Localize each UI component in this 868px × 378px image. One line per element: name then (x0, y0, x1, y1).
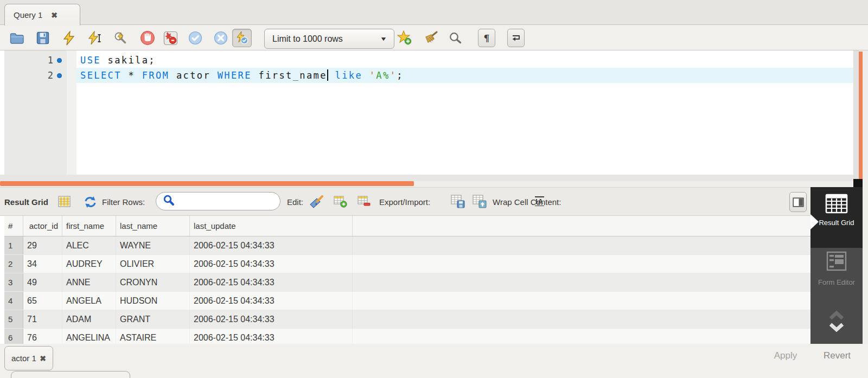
rollback-icon[interactable] (213, 30, 229, 46)
delete-row-icon[interactable] (358, 195, 371, 208)
table-cell[interactable]: ANGELA (62, 292, 116, 310)
beautify-icon[interactable] (423, 30, 439, 46)
open-file-icon[interactable] (9, 30, 25, 46)
table-cell[interactable]: ASTAIRE (116, 329, 190, 344)
table-row[interactable]: 465ANGELAHUDSON2006-02-15 04:34:33 (4, 292, 810, 310)
import-icon[interactable] (473, 195, 487, 208)
execute-current-icon[interactable] (87, 30, 103, 46)
table-cell[interactable]: ALEC (62, 236, 116, 254)
table-cell[interactable]: AUDREY (62, 255, 116, 273)
table-cell[interactable]: 2006-02-15 04:34:33 (190, 255, 353, 273)
wrap-cell-icon[interactable]: IA (535, 196, 544, 206)
panel-toggle-icon[interactable] (789, 192, 807, 212)
column-header[interactable]: # (4, 216, 23, 236)
selected-panel-pointer (810, 214, 819, 229)
sql-editor[interactable]: 1USE sakila;2SELECT * FROM actor WHERE f… (0, 50, 853, 175)
table-cell[interactable]: HUDSON (116, 292, 190, 310)
edit-pencil-icon[interactable] (309, 195, 324, 208)
export-import-label: Export/Import: (379, 197, 430, 207)
table-cell[interactable]: 34 (23, 255, 62, 273)
result-grid-panel-icon (810, 194, 863, 214)
table-cell[interactable]: 2006-02-15 04:34:33 (190, 273, 353, 291)
chevron-down-icon: ▼ (380, 36, 387, 42)
column-header[interactable]: first_name (62, 216, 116, 236)
stop-icon[interactable] (139, 30, 156, 46)
limit-rows-dropdown[interactable]: Limit to 1000 rows ▼ (264, 29, 394, 49)
table-cell-filler (353, 273, 810, 291)
tab-query-1[interactable]: Query 1 ✖ (4, 4, 80, 25)
fold-margin (67, 50, 76, 175)
kill-query-icon[interactable] (162, 30, 178, 46)
table-cell[interactable]: 2006-02-15 04:34:33 (190, 329, 353, 344)
sql-editor-toolbar: Limit to 1000 rows ▼ ¶ (0, 25, 868, 50)
result-view-side-panel: Result Grid Form Editor (810, 187, 863, 344)
column-header[interactable]: last_update (190, 216, 353, 236)
table-cell[interactable]: ANGELINA (62, 329, 116, 344)
table-cell[interactable]: CRONYN (116, 273, 190, 291)
find-icon[interactable] (447, 30, 463, 46)
commit-icon[interactable] (187, 30, 203, 46)
table-cell[interactable]: 5 (4, 310, 23, 328)
table-cell[interactable]: 2006-02-15 04:34:33 (190, 236, 353, 254)
snippet-star-icon[interactable] (397, 30, 413, 46)
table-cell[interactable]: 1 (4, 236, 23, 254)
apply-button[interactable]: Apply (762, 350, 809, 361)
insert-row-icon[interactable] (334, 195, 347, 208)
editor-horizontal-scrollbar-track[interactable] (0, 175, 853, 181)
table-cell-filler (353, 236, 810, 254)
table-row[interactable]: 571ADAMGRANT2006-02-15 04:34:33 (4, 310, 810, 329)
editor-vertical-scrollbar[interactable] (859, 52, 863, 179)
revert-button[interactable]: Revert (813, 350, 861, 361)
table-cell[interactable]: 2006-02-15 04:34:33 (190, 292, 353, 310)
table-cell[interactable]: 65 (23, 292, 62, 310)
wrap-text-icon[interactable] (507, 29, 525, 47)
result-grid-icon (58, 196, 71, 207)
column-header[interactable]: actor_id (23, 216, 62, 236)
panel-splitter-handle[interactable] (0, 181, 414, 186)
explain-icon[interactable] (112, 30, 129, 46)
table-cell[interactable]: 29 (23, 236, 62, 254)
chevron-down-icon[interactable] (810, 323, 863, 332)
autocommit-toggle-icon[interactable] (232, 29, 252, 47)
code-line[interactable]: SELECT * FROM actor WHERE first_name lik… (80, 68, 404, 83)
table-cell[interactable]: 3 (4, 273, 23, 291)
table-cell[interactable]: 2006-02-15 04:34:33 (190, 310, 353, 328)
line-number: 1 (4, 53, 53, 68)
apply-bar: actor 1 ✖ Apply Revert (0, 344, 868, 378)
execute-icon[interactable] (61, 30, 77, 46)
save-icon[interactable] (35, 30, 51, 46)
table-row[interactable]: 349ANNECRONYN2006-02-15 04:34:33 (4, 273, 810, 292)
tab-actor-1[interactable]: actor 1 ✖ (4, 346, 53, 370)
table-row[interactable]: 129ALECWAYNE2006-02-15 04:34:33 (4, 236, 810, 255)
table-cell[interactable]: 49 (23, 273, 62, 291)
filter-search-field[interactable] (156, 192, 280, 210)
code-line[interactable]: USE sakila; (80, 53, 156, 68)
table-cell[interactable]: 6 (4, 329, 23, 344)
table-cell[interactable]: 71 (23, 310, 62, 328)
line-number: 2 (4, 68, 53, 83)
chevron-up-icon[interactable] (810, 311, 863, 320)
table-cell[interactable]: OLIVIER (116, 255, 190, 273)
table-row[interactable]: 676ANGELINAASTAIRE2006-02-15 04:34:33 (4, 329, 810, 344)
table-cell-filler (353, 255, 810, 273)
table-cell[interactable]: ADAM (62, 310, 116, 328)
editor-vertical-scrollbar-track[interactable] (853, 50, 859, 179)
table-cell[interactable]: 76 (23, 329, 62, 344)
export-icon[interactable] (451, 195, 465, 208)
table-cell[interactable]: 4 (4, 292, 23, 310)
table-cell[interactable]: ANNE (62, 273, 116, 291)
table-cell[interactable]: WAYNE (116, 236, 190, 254)
refresh-icon[interactable] (84, 196, 97, 208)
close-icon[interactable]: ✖ (51, 11, 58, 19)
close-icon[interactable]: ✖ (40, 355, 46, 362)
table-cell[interactable]: GRANT (116, 310, 190, 328)
table-cell[interactable]: 2 (4, 255, 23, 273)
column-header[interactable]: last_name (116, 216, 190, 236)
invisibles-icon[interactable]: ¶ (478, 29, 495, 47)
search-input[interactable] (179, 194, 280, 209)
table-cell-filler (353, 329, 810, 344)
table-row[interactable]: 234AUDREYOLIVIER2006-02-15 04:34:33 (4, 255, 810, 273)
table-cell-filler (353, 310, 810, 328)
grid-body: 129ALECWAYNE2006-02-15 04:34:33234AUDREY… (4, 236, 810, 344)
result-grid[interactable]: #actor_idfirst_namelast_namelast_update … (0, 216, 810, 344)
